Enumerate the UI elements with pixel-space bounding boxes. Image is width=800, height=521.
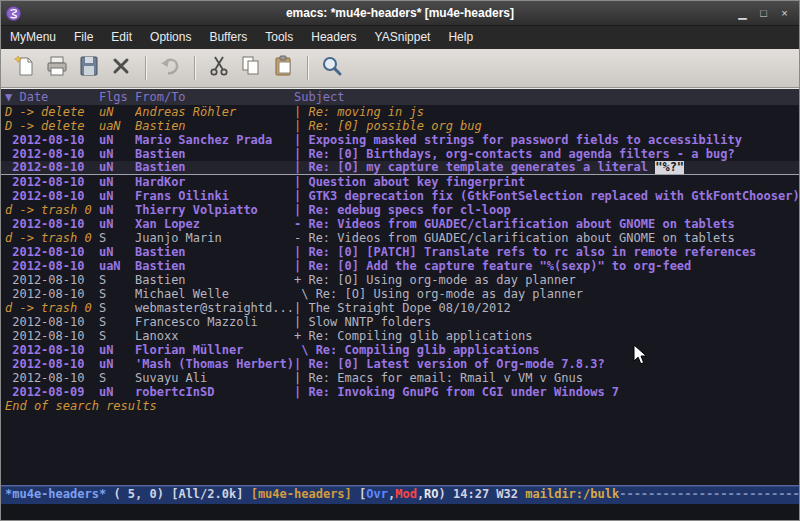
subject: | The Straight Dope 08/10/2012 (294, 301, 799, 315)
flags: uaN (99, 259, 135, 273)
modeline-segment: Ovr (366, 487, 388, 501)
message-row[interactable]: 2012-08-10 S Lanoxx + Re: Compiling glib… (1, 329, 799, 343)
save-button[interactable] (73, 53, 105, 83)
subject-text: + Re: Compiling glib applications (294, 329, 532, 343)
new-file-icon (13, 54, 37, 82)
close-buffer-button[interactable] (105, 53, 137, 83)
subject: - Re: Videos from GUADEC/clarification a… (294, 217, 799, 231)
mode-line: *mu4e-headers* ( 5, 0) [All/2.0k] [mu4e-… (1, 485, 799, 504)
sender: Francesco Mazzoli (135, 315, 294, 329)
message-row[interactable]: d -> trash 0 S Juanjo Marin - Re: Videos… (1, 231, 799, 245)
menu-item-help[interactable]: Help (439, 26, 482, 49)
close-button[interactable]: × (776, 6, 793, 21)
subject-text: | GTK3 deprecation fix (GtkFontSelection… (294, 189, 799, 203)
flags: uN (99, 217, 135, 231)
menu-item-options[interactable]: Options (141, 26, 200, 49)
message-row[interactable]: 2012-08-10 uN HardKor | Question about k… (1, 175, 799, 189)
cut-button[interactable] (203, 53, 235, 83)
subject-text: - Re: Videos from GUADEC/clarification a… (294, 217, 735, 231)
date-or-mark: 2012-08-10 (5, 133, 99, 147)
undo-button[interactable] (154, 53, 186, 83)
message-row[interactable]: 2012-08-10 S Suvayu Ali | Re: Emacs for … (1, 371, 799, 385)
subject: | Question about key fingerprint (294, 175, 799, 189)
menu-item-headers[interactable]: Headers (302, 26, 365, 49)
title-bar: emacs: *mu4e-headers* [mu4e-headers] ▁ □… (1, 1, 799, 26)
menu-item-tools[interactable]: Tools (256, 26, 302, 49)
message-row[interactable]: d -> trash 0 S webmaster@straightd... | … (1, 301, 799, 315)
date-or-mark: 2012-08-10 (5, 329, 99, 343)
search-button[interactable] (316, 53, 348, 83)
column-subject[interactable]: Subject (294, 89, 799, 105)
subject-text: | Re: edebug specs for cl-loop (294, 203, 511, 217)
date-or-mark: 2012-08-10 (5, 217, 99, 231)
date-or-mark: 2012-08-10 (5, 371, 99, 385)
subject: | Re: [0] possible org bug (294, 119, 799, 133)
subject: + Re: Compiling glib applications (294, 329, 799, 343)
maximize-button[interactable]: □ (755, 6, 772, 21)
message-row[interactable]: 2012-08-09 uN robertcInSD | Re: Invoking… (1, 385, 799, 399)
menu-item-file[interactable]: File (65, 26, 102, 49)
copy-icon (239, 54, 263, 82)
message-row[interactable]: 2012-08-10 uN Frans Oilinki | GTK3 depre… (1, 189, 799, 203)
message-row[interactable]: 2012-08-10 S Francesco Mazzoli | Slow NN… (1, 315, 799, 329)
message-row[interactable]: 2012-08-10 S Michael Welle \ Re: [O] Usi… (1, 287, 799, 301)
message-row[interactable]: D -> delete uaN Bastien | Re: [0] possib… (1, 119, 799, 133)
menu-item-edit[interactable]: Edit (102, 26, 141, 49)
message-row[interactable]: d -> trash 0 uN Thierry Volpiatto | Re: … (1, 203, 799, 217)
flags: uN (99, 385, 135, 399)
modeline-segment: Mod (395, 487, 417, 501)
subject-text: | Re: [0] possible org bug (294, 119, 482, 133)
message-row[interactable]: 2012-08-10 uN Bastien | Re: [O] my captu… (1, 161, 799, 175)
date-or-mark: d -> trash 0 (5, 231, 99, 245)
toolbar-separator (194, 56, 195, 80)
subject-text: | Re: [0] [PATCH] Translate refs to rc a… (294, 245, 756, 259)
print-icon (45, 54, 69, 82)
subject: | GTK3 deprecation fix (GtkFontSelection… (294, 189, 799, 203)
message-row[interactable]: 2012-08-10 uN Mario Sanchez Prada | Expo… (1, 133, 799, 147)
column-from[interactable]: From/To (135, 89, 294, 105)
message-row[interactable]: D -> delete uN Andreas Röhler | Re: movi… (1, 105, 799, 119)
modeline-segment: [mu4e-headers] (251, 487, 352, 501)
sender: Xan Lopez (135, 217, 294, 231)
end-of-results: End of search results (1, 399, 799, 413)
date-or-mark: 2012-08-09 (5, 385, 99, 399)
sender: Juanjo Marin (135, 231, 294, 245)
emacs-window: emacs: *mu4e-headers* [mu4e-headers] ▁ □… (0, 0, 800, 521)
column-flags[interactable]: Flgs (99, 89, 135, 105)
minimize-button[interactable]: ▁ (734, 6, 751, 21)
message-row[interactable]: 2012-08-10 uN Bastien | Re: [0] [PATCH] … (1, 245, 799, 259)
sender: Andreas Röhler (135, 105, 294, 119)
headers-header-line: ▼ Date Flgs From/To Subject (1, 89, 799, 105)
sender: Bastien (135, 161, 294, 174)
message-row[interactable]: 2012-08-10 uN Bastien | Re: [0] Birthday… (1, 147, 799, 161)
message-row[interactable]: 2012-08-10 uaN Bastien | Re: [0] Add the… (1, 259, 799, 273)
paste-button[interactable] (267, 53, 299, 83)
cut-icon (207, 54, 231, 82)
subject: + Re: [O] Using org-mode as day planner (294, 273, 799, 287)
menu-item-buffers[interactable]: Buffers (200, 26, 256, 49)
subject: | Re: Emacs for email: Rmail v VM v Gnus (294, 371, 799, 385)
menu-item-yasnippet[interactable]: YASnippet (366, 26, 440, 49)
message-row[interactable]: 2012-08-10 uN 'Mash (Thomas Herbert) | R… (1, 357, 799, 371)
message-row[interactable]: 2012-08-10 S Bastien + Re: [O] Using org… (1, 273, 799, 287)
flags: uN (99, 147, 135, 161)
message-row[interactable]: 2012-08-10 uN Florian Müllner \ Re: Comp… (1, 343, 799, 357)
sort-column-date[interactable]: ▼ Date (5, 89, 99, 105)
flags: S (99, 301, 135, 315)
echo-area[interactable] (1, 504, 799, 520)
new-file-button[interactable] (9, 53, 41, 83)
subject: | Re: edebug specs for cl-loop (294, 203, 799, 217)
message-row[interactable]: 2012-08-10 uN Xan Lopez - Re: Videos fro… (1, 217, 799, 231)
subject: | Re: [0] Latest version of Org-mode 7.8… (294, 357, 799, 371)
save-icon (77, 54, 101, 82)
subject-text: | Question about key fingerprint (294, 175, 525, 189)
date-or-mark: 2012-08-10 (5, 189, 99, 203)
menu-item-mymenu[interactable]: MyMenu (1, 26, 65, 49)
subject-text: | Re: moving in js (294, 105, 424, 119)
date-or-mark: 2012-08-10 (5, 357, 99, 371)
sender: Bastien (135, 147, 294, 161)
mouse-cursor (633, 344, 648, 366)
print-button[interactable] (41, 53, 73, 83)
modeline-segment: 14:27 W32 (453, 487, 525, 501)
copy-button[interactable] (235, 53, 267, 83)
